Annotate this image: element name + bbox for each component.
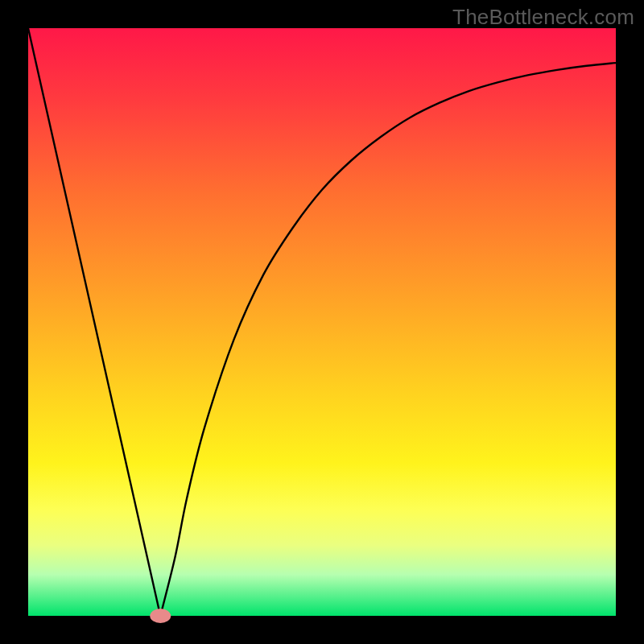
- plot-background: [28, 28, 616, 616]
- watermark-text: TheBottleneck.com: [452, 5, 634, 30]
- bottleneck-chart: [0, 0, 644, 644]
- optimum-marker: [150, 609, 171, 623]
- chart-canvas: TheBottleneck.com: [0, 0, 644, 644]
